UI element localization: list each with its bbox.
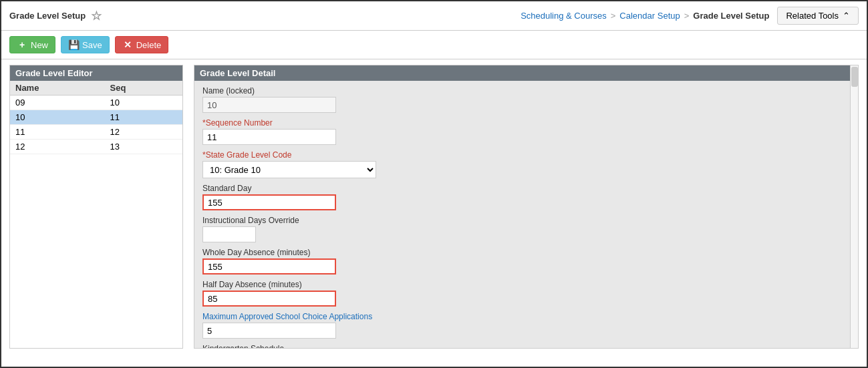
col-header-name: Name — [10, 81, 105, 95]
state-grade-level-select[interactable]: 10: Grade 10 11: Grade 11 12: Grade 12 — [202, 161, 376, 178]
breadcrumb-sep-1: > — [611, 11, 616, 21]
kindergarten-schedule-group: Kindergarten Schedule — [202, 344, 850, 349]
breadcrumb-calendar-setup[interactable]: Calendar Setup — [619, 11, 680, 21]
grade-level-table-header: Name Seq — [10, 81, 182, 96]
grade-name-11: 11 — [10, 125, 105, 139]
grade-name-09: 09 — [10, 96, 105, 110]
breadcrumb: Scheduling & Courses > Calendar Setup > … — [521, 11, 769, 21]
related-tools-button[interactable]: Related Tools ⌃ — [777, 7, 859, 25]
standard-day-label: Standard Day — [202, 184, 850, 193]
scrollbar[interactable] — [850, 65, 858, 348]
instructional-days-label: Instructional Days Override — [202, 216, 850, 225]
max-school-choice-label: Maximum Approved School Choice Applicati… — [202, 312, 850, 321]
half-day-absence-group: Half Day Absence (minutes) — [202, 280, 850, 307]
save-label: Save — [82, 40, 102, 50]
scrollbar-thumb — [851, 67, 858, 87]
related-tools-label: Related Tools — [786, 11, 839, 21]
grade-level-editor-panel: Grade Level Editor Name Seq 09 10 10 11 … — [9, 65, 183, 349]
whole-day-absence-input[interactable] — [202, 258, 336, 274]
table-row[interactable]: 10 11 — [10, 110, 182, 125]
toolbar: + New 💾 Save ✕ Delete — [1, 31, 867, 59]
delete-icon: ✕ — [122, 39, 133, 50]
state-grade-level-group: *State Grade Level Code 10: Grade 10 11:… — [202, 150, 850, 178]
grade-seq-10: 10 — [105, 96, 182, 110]
name-locked-label: Name (locked) — [202, 86, 850, 96]
grade-level-editor-title: Grade Level Editor — [10, 65, 182, 81]
delete-label: Delete — [136, 40, 162, 50]
grade-name-12: 12 — [10, 140, 105, 154]
standard-day-input[interactable] — [202, 194, 336, 210]
plus-icon: + — [17, 39, 27, 50]
grade-level-detail-panel: Grade Level Detail Name (locked) *Sequen… — [194, 65, 859, 349]
table-row[interactable]: 09 10 — [10, 96, 182, 110]
grade-level-detail-title: Grade Level Detail — [194, 65, 858, 81]
page-title: Grade Level Setup — [9, 11, 86, 21]
breadcrumb-scheduling-courses[interactable]: Scheduling & Courses — [521, 11, 607, 21]
breadcrumb-current: Grade Level Setup — [693, 11, 769, 21]
new-label: New — [31, 40, 48, 50]
grade-seq-13: 13 — [105, 140, 182, 154]
name-locked-group: Name (locked) — [202, 86, 850, 113]
instructional-days-input[interactable] — [202, 226, 256, 242]
save-button[interactable]: 💾 Save — [61, 36, 110, 53]
grade-name-10: 10 — [10, 110, 105, 124]
new-button[interactable]: + New — [9, 36, 55, 53]
max-school-choice-input[interactable] — [202, 323, 336, 339]
table-row[interactable]: 11 12 — [10, 125, 182, 140]
save-icon: 💾 — [68, 39, 79, 50]
sequence-number-label: *Sequence Number — [202, 118, 850, 128]
sequence-number-input[interactable] — [202, 129, 336, 145]
name-locked-input[interactable] — [202, 97, 336, 113]
grade-seq-11: 11 — [105, 110, 182, 124]
chevron-up-icon: ⌃ — [843, 11, 850, 21]
whole-day-absence-label: Whole Day Absence (minutes) — [202, 248, 850, 257]
instructional-days-group: Instructional Days Override — [202, 216, 850, 242]
sequence-number-group: *Sequence Number — [202, 118, 850, 145]
favorite-star-icon[interactable]: ☆ — [91, 9, 102, 23]
max-school-choice-group: Maximum Approved School Choice Applicati… — [202, 312, 850, 339]
grade-level-detail-body: Name (locked) *Sequence Number *State Gr… — [194, 81, 858, 349]
standard-day-group: Standard Day — [202, 184, 850, 210]
half-day-absence-input[interactable] — [202, 291, 336, 307]
breadcrumb-sep-2: > — [684, 11, 690, 21]
table-row[interactable]: 12 13 — [10, 140, 182, 154]
delete-button[interactable]: ✕ Delete — [115, 36, 169, 53]
col-header-seq: Seq — [105, 81, 182, 95]
main-content: Grade Level Editor Name Seq 09 10 10 11 … — [1, 59, 867, 354]
kindergarten-schedule-label: Kindergarten Schedule — [202, 344, 850, 349]
header: Grade Level Setup ☆ Scheduling & Courses… — [1, 1, 867, 31]
whole-day-absence-group: Whole Day Absence (minutes) — [202, 248, 850, 274]
state-grade-level-label: *State Grade Level Code — [202, 150, 850, 160]
half-day-absence-label: Half Day Absence (minutes) — [202, 280, 850, 289]
grade-seq-12: 12 — [105, 125, 182, 139]
page-title-group: Grade Level Setup ☆ — [9, 9, 102, 23]
